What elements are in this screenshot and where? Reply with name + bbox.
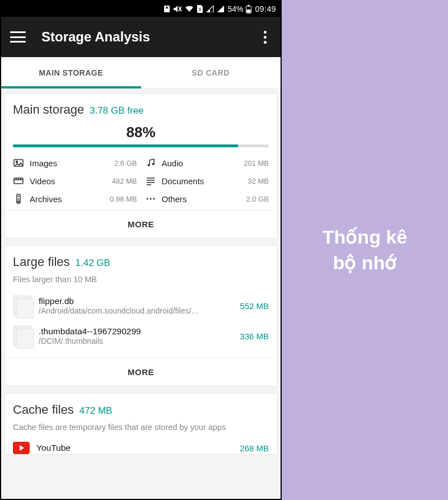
app-name: YouTube	[36, 443, 233, 453]
more-button-large[interactable]: MORE	[13, 358, 269, 386]
large-files-note: Files larger than 10 MB	[13, 275, 269, 284]
category-label: Videos	[30, 176, 112, 186]
main-storage-free: 3.78 GB free	[90, 105, 143, 116]
document-icon	[145, 175, 156, 186]
app-bar: Storage Analysis	[1, 17, 281, 57]
more-button-main[interactable]: MORE	[13, 211, 269, 238]
overflow-menu-icon[interactable]	[258, 31, 272, 44]
file-size: 552 MB	[240, 301, 269, 311]
svg-point-10	[16, 161, 18, 163]
large-files-total: 1.42 GB	[76, 258, 110, 269]
mute-icon	[173, 5, 182, 13]
tab-sd-card[interactable]: SD CARD	[141, 57, 281, 88]
category-others[interactable]: Others2.0 GB	[145, 193, 269, 204]
archive-icon	[13, 193, 24, 204]
file-icon	[13, 325, 32, 347]
audio-icon	[145, 157, 156, 169]
youtube-icon	[13, 442, 30, 454]
svg-rect-2	[167, 7, 168, 9]
file-name: flipper.db	[39, 296, 233, 306]
svg-rect-8	[247, 10, 251, 13]
category-size: 0.98 MB	[110, 195, 137, 203]
others-icon	[145, 193, 156, 204]
category-label: Images	[30, 158, 114, 168]
wifi-icon	[185, 6, 194, 12]
signal-icon-1	[206, 6, 214, 12]
category-size: 201 MB	[244, 159, 269, 167]
side-panel: Thống kêbộ nhớ	[282, 0, 448, 500]
battery-saver-icon	[164, 5, 170, 13]
sim-icon: 1	[197, 5, 203, 13]
category-size: 482 MB	[112, 177, 137, 185]
usage-progress-fill	[13, 144, 238, 147]
file-name: .thumbdata4--1967290299	[39, 326, 233, 337]
svg-point-28	[153, 198, 155, 199]
svg-point-27	[150, 198, 151, 199]
card-large-files: Large files 1.42 GB Files larger than 10…	[4, 245, 277, 386]
usage-percent: 88%	[13, 124, 269, 141]
svg-point-25	[18, 201, 19, 202]
card-cache-files: Cache files 472 MB Cache files are tempo…	[4, 393, 277, 455]
status-icons: 1 54%	[164, 4, 251, 13]
side-caption: Thống kêbộ nhớ	[323, 225, 407, 276]
main-storage-title: Main storage	[13, 102, 84, 117]
svg-point-11	[147, 164, 150, 166]
category-documents[interactable]: Documents32 MB	[145, 175, 269, 186]
signal-icon-2	[217, 6, 225, 12]
file-meta: flipper.db/Android/data/com.soundcloud.a…	[39, 296, 233, 315]
cache-files-total: 472 MB	[80, 405, 113, 417]
category-images[interactable]: Images2.6 GB	[13, 157, 137, 169]
usage-progress-bar	[13, 144, 269, 147]
category-grid: Images2.6 GBAudio201 MBVideos482 MBDocum…	[13, 157, 269, 204]
category-size: 2.6 GB	[114, 159, 137, 167]
page-title: Storage Analysis	[41, 29, 258, 45]
menu-icon[interactable]	[10, 31, 26, 43]
file-meta: .thumbdata4--1967290299/DCIM/.thumbnails	[39, 326, 233, 345]
scroll-content[interactable]: Main storage 3.78 GB free 88% Images2.6 …	[1, 88, 281, 499]
category-archives[interactable]: Archives0.98 MB	[13, 193, 137, 204]
phone-frame: 1 54% 09:49 Storage Analysis MAIN STORAG…	[0, 0, 282, 500]
card-main-storage: Main storage 3.78 GB free 88% Images2.6 …	[4, 93, 277, 239]
battery-percent: 54%	[227, 4, 243, 13]
file-size: 336 MB	[240, 331, 269, 341]
category-label: Audio	[162, 158, 244, 168]
large-files-list: flipper.db/Android/data/com.soundcloud.a…	[13, 292, 269, 352]
large-files-title: Large files	[13, 255, 70, 269]
category-videos[interactable]: Videos482 MB	[13, 175, 137, 186]
file-row[interactable]: .thumbdata4--1967290299/DCIM/.thumbnails…	[13, 322, 269, 352]
category-audio[interactable]: Audio201 MB	[145, 157, 269, 169]
storage-tabs: MAIN STORAGE SD CARD	[1, 57, 281, 88]
image-icon	[13, 157, 24, 169]
video-icon	[13, 175, 24, 186]
android-status-bar: 1 54% 09:49	[1, 1, 281, 17]
svg-point-12	[152, 163, 154, 165]
tab-main-storage[interactable]: MAIN STORAGE	[1, 57, 141, 88]
svg-point-26	[146, 198, 148, 199]
category-label: Archives	[30, 194, 110, 204]
category-label: Documents	[162, 176, 248, 186]
cache-app-row[interactable]: YouTube268 MB	[13, 440, 269, 454]
file-row[interactable]: flipper.db/Android/data/com.soundcloud.a…	[13, 292, 269, 322]
file-path: /DCIM/.thumbnails	[39, 337, 233, 345]
file-path: /Android/data/com.soundcloud.android/fil…	[39, 306, 233, 315]
svg-text:1: 1	[199, 7, 202, 12]
file-icon	[13, 295, 32, 316]
cache-files-title: Cache files	[13, 403, 74, 417]
category-size: 2.0 GB	[246, 195, 269, 203]
clock: 09:49	[255, 4, 276, 13]
category-label: Others	[162, 194, 246, 204]
category-size: 32 MB	[248, 177, 269, 185]
cache-apps-list: YouTube268 MB	[13, 440, 269, 454]
battery-icon	[246, 5, 251, 13]
cache-files-note: Cache files are temporary files that are…	[13, 423, 269, 432]
app-size: 268 MB	[240, 443, 269, 453]
